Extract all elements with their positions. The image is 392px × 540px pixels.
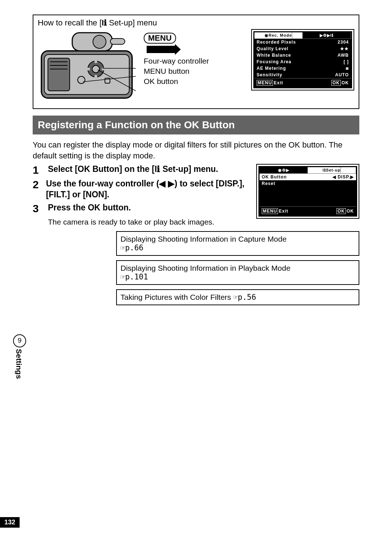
- menu-key-icon: MENU: [144, 33, 176, 44]
- ref1-text: Displaying Shooting Information in Playb…: [121, 264, 355, 273]
- svg-rect-17: [110, 39, 125, 44]
- lcd2-v0: ◀ DISP.▶: [332, 174, 354, 180]
- lcd1-k3: Focusing Area: [257, 59, 291, 64]
- lcd1-v0: 2304: [338, 40, 349, 45]
- svg-point-8: [92, 65, 99, 73]
- svg-rect-3: [48, 58, 70, 91]
- lcd1-v5: AUTO: [335, 72, 349, 77]
- howto-pre: How to recall the [: [38, 18, 102, 27]
- ref2-text: Taking Pictures with Color Filters: [121, 293, 233, 301]
- lcd-recmode: ◉Rec. Mode ▶⚙▶Iℹ Recorded Pixels2304 Qua…: [251, 29, 354, 104]
- lcd1-menu-key: MENU: [257, 80, 273, 86]
- step2-num: 2: [33, 178, 40, 200]
- lcd2-k1: Reset: [262, 181, 275, 186]
- fourway-label: Four-way controller: [144, 57, 247, 65]
- ref1-page: ☞p.101: [121, 273, 355, 281]
- lcd2-tabicons: ◉⚙▶: [260, 167, 308, 173]
- lcd1-k4: AE Metering: [257, 66, 286, 71]
- chapter-label: Settings: [15, 349, 23, 379]
- ref0-text: Displaying Shooting Information in Captu…: [121, 235, 355, 243]
- step1-pre: Select [OK Button] on the [: [48, 164, 155, 174]
- svg-point-10: [94, 75, 97, 78]
- lcd1-k2: White Balance: [257, 53, 291, 58]
- lcd-tab-camera-icon: ◉Rec. Mode: [254, 32, 303, 39]
- ref-capture: Displaying Shooting Information in Captu…: [116, 231, 359, 256]
- camera-illustration: [38, 29, 139, 104]
- lcd1-k1: Quality Level: [257, 46, 289, 51]
- svg-point-13: [78, 76, 85, 84]
- ref0-page: ☞p.66: [121, 243, 355, 252]
- step3-num: 3: [33, 202, 41, 215]
- step1-text: Select [OK Button] on the [Iℹ Set-up] me…: [48, 164, 218, 176]
- step3-text: Press the OK button.: [48, 202, 131, 215]
- section-heading: Registering a Function on the OK Button: [33, 116, 359, 134]
- svg-point-11: [87, 68, 90, 70]
- chapter-number: 9: [13, 334, 26, 347]
- step2-text: Use the four-way controller (◀ ▶) to sel…: [46, 178, 251, 200]
- step-2: 2 Use the four-way controller (◀ ▶) to s…: [33, 178, 251, 200]
- step-1: 1 Select [OK Button] on the [Iℹ Set-up] …: [33, 164, 251, 176]
- ref-playback: Displaying Shooting Information in Playb…: [116, 260, 359, 285]
- lcd1-k0: Recorded Pixels: [257, 40, 296, 45]
- svg-point-12: [102, 68, 105, 70]
- lcd2-tab-setup: IℹSet-up: [308, 167, 356, 173]
- lcd2-k0: OK Button: [262, 174, 287, 180]
- menubtn-label: MENU button: [144, 67, 247, 76]
- lcd-setup: ◉⚙▶ IℹSet-up OK Button◀ DISP.▶ Reset MEN…: [256, 164, 359, 219]
- lcd-tab-icons: ▶⚙▶Iℹ: [303, 32, 351, 39]
- page-number: 132: [0, 517, 20, 528]
- lcd1-v1: ★★: [340, 46, 349, 51]
- lcd2-exit: Exit: [279, 209, 288, 214]
- svg-point-16: [93, 35, 106, 48]
- lcd1-exit: Exit: [274, 80, 283, 85]
- side-tab: 9 Settings: [0, 334, 26, 379]
- step1-num: 1: [33, 164, 41, 176]
- step1-post: Set-up] menu.: [160, 164, 218, 174]
- lcd2-rows: OK Button◀ DISP.▶ Reset: [260, 174, 356, 206]
- lcd1-title: Rec. Mode: [269, 32, 292, 38]
- lcd1-k5: Sensitivity: [257, 72, 282, 77]
- lcd1-oklbl: OK: [342, 80, 349, 85]
- okbtn-label: OK button: [144, 77, 247, 86]
- lcd1-v4: ◙: [346, 66, 349, 71]
- setup-icon: Iℹ: [102, 18, 107, 28]
- lcd1-v3: [ ]: [344, 59, 349, 64]
- ref2-page: ☞p.56: [233, 293, 256, 302]
- howto-post: Set-up] menu: [107, 18, 157, 27]
- step-3: 3 Press the OK button.: [33, 202, 251, 215]
- svg-point-9: [94, 60, 97, 63]
- recall-menu-box: How to recall the [Iℹ Set-up] menu: [33, 15, 359, 109]
- lcd2-title: Set-up: [326, 167, 341, 173]
- howto-text: How to recall the [Iℹ Set-up] menu: [38, 18, 354, 28]
- lcd1-v2: AWB: [338, 53, 349, 58]
- intro-paragraph: You can register the display mode or dig…: [33, 140, 359, 161]
- lcd2-ok-key: OK: [336, 208, 346, 214]
- lcd1-ok-key: OK: [331, 80, 341, 86]
- ref-filters: Taking Pictures with Color Filters ☞p.56: [116, 289, 359, 305]
- lcd1-rows: Recorded Pixels2304 Quality Level★★ Whit…: [254, 39, 351, 78]
- lcd2-menu-key: MENU: [262, 208, 278, 214]
- lcd2-oklbl: OK: [347, 209, 354, 214]
- callout-labels: MENU Four-way controller MENU button OK …: [144, 29, 247, 104]
- setup-icon-inline: Iℹ: [155, 164, 160, 175]
- arrow-right-icon: [147, 46, 176, 53]
